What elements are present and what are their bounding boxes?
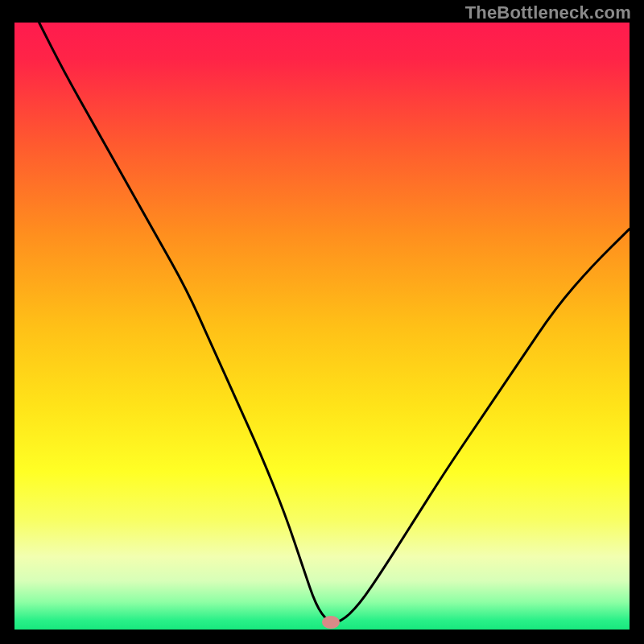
plot-area bbox=[14, 23, 630, 630]
gradient-rect bbox=[14, 23, 630, 630]
chart-svg bbox=[14, 23, 630, 630]
optimal-point-marker bbox=[322, 616, 340, 629]
watermark-text: TheBottleneck.com bbox=[465, 2, 631, 23]
chart-frame: TheBottleneck.com bbox=[0, 0, 644, 644]
